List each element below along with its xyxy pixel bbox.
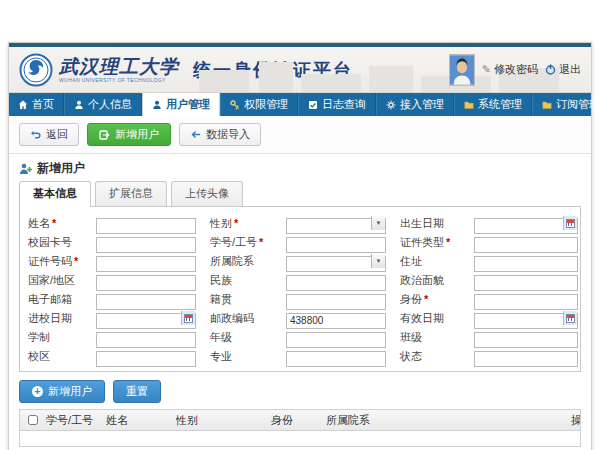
field-input-campus[interactable]: [96, 351, 196, 367]
table-header-5: 操作: [571, 410, 580, 430]
field-wrap-address: [474, 253, 578, 269]
field-wrap-class: [474, 329, 578, 345]
add-user-toolbar-label: 新增用户: [115, 127, 159, 142]
section-title: 新增用户: [37, 160, 85, 177]
reset-label: 重置: [126, 384, 148, 399]
field-input-id-number[interactable]: [96, 256, 196, 272]
nav-item-logs[interactable]: 日志查询: [298, 93, 376, 116]
field-input-email[interactable]: [96, 294, 196, 310]
field-input-ethnicity[interactable]: [286, 275, 386, 291]
field-wrap-ethnicity: [286, 272, 386, 288]
field-label-identity: 身份*: [400, 291, 460, 307]
field-input-major[interactable]: [286, 351, 386, 367]
nav-item-profile[interactable]: 个人信息: [64, 93, 142, 116]
power-icon: [545, 64, 556, 75]
field-wrap-status: [474, 348, 578, 364]
field-input-campus-card[interactable]: [96, 237, 196, 253]
field-input-edu-length[interactable]: [96, 332, 196, 348]
field-input-name[interactable]: [96, 218, 196, 234]
university-name: 武汉理工大学: [59, 57, 179, 76]
folder-icon: [464, 100, 474, 110]
pencil-icon: ✎: [482, 63, 491, 76]
field-label-postal-code: 邮政编码: [210, 310, 272, 326]
nav-item-users[interactable]: 用户管理: [142, 93, 220, 116]
table-header-1: 姓名: [106, 410, 176, 430]
calendar-icon[interactable]: [563, 216, 577, 230]
back-button[interactable]: 返回: [19, 123, 79, 146]
dropdown-arrow-icon[interactable]: ▼: [371, 216, 385, 230]
field-label-id-type: 证件类型*: [400, 234, 460, 250]
field-wrap-valid-date: [474, 310, 578, 326]
required-asterisk: *: [424, 293, 428, 305]
data-import-button[interactable]: 数据导入: [179, 123, 261, 146]
select-all-checkbox[interactable]: [28, 415, 38, 425]
field-label-native-place: 籍贯: [210, 291, 272, 307]
field-wrap-edu-length: [96, 329, 196, 345]
field-label-edu-length: 学制: [28, 329, 82, 345]
university-name-en: WUHAN UNIVERSITY OF TECHNOLOGY: [59, 77, 179, 83]
field-input-class[interactable]: [474, 332, 578, 348]
field-label-campus-card: 校园卡号: [28, 234, 82, 250]
app-window: 武汉理工大学 WUHAN UNIVERSITY OF TECHNOLOGY 统一…: [8, 42, 592, 450]
calendar-icon[interactable]: [563, 311, 577, 325]
field-wrap-major: [286, 348, 386, 364]
users-table: 学号/工号姓名性别身份所属院系操作: [19, 409, 581, 447]
tab-extend[interactable]: 扩展信息: [95, 181, 167, 206]
logout-link[interactable]: 退出: [545, 62, 581, 77]
folder-icon: [542, 100, 552, 110]
nav-item-label: 日志查询: [322, 97, 366, 112]
nav-item-permissions[interactable]: 权限管理: [220, 93, 298, 116]
field-input-grade[interactable]: [286, 332, 386, 348]
users-table-header: 学号/工号姓名性别身份所属院系操作: [20, 410, 580, 431]
change-password-label: 修改密码: [494, 62, 538, 77]
avatar[interactable]: [449, 54, 475, 86]
field-label-birth-date: 出生日期: [400, 215, 460, 231]
change-password-link[interactable]: ✎ 修改密码: [482, 62, 538, 77]
field-wrap-student-id: [286, 234, 386, 250]
dropdown-arrow-icon[interactable]: ▼: [371, 254, 385, 268]
field-label-address: 住址: [400, 253, 460, 269]
field-wrap-campus: [96, 348, 196, 364]
nav-item-home[interactable]: 首页: [9, 93, 64, 116]
header: 武汉理工大学 WUHAN UNIVERSITY OF TECHNOLOGY 统一…: [9, 47, 591, 93]
data-import-label: 数据导入: [206, 127, 250, 142]
field-label-name: 姓名*: [28, 215, 82, 231]
field-input-status[interactable]: [474, 351, 578, 367]
back-label: 返回: [46, 127, 68, 142]
nav-item-subscription[interactable]: 订阅管理: [532, 93, 600, 116]
field-input-native-place[interactable]: [286, 294, 386, 310]
field-wrap-birth-date: [474, 215, 578, 231]
reset-button[interactable]: 重置: [113, 380, 161, 403]
field-input-address[interactable]: [474, 256, 578, 272]
table-header-0: 学号/工号: [46, 410, 106, 430]
field-input-country[interactable]: [96, 275, 196, 291]
field-label-gender: 性别*: [210, 215, 272, 231]
add-user-submit-button[interactable]: + 新增用户: [19, 380, 105, 403]
field-label-valid-date: 有效日期: [400, 310, 460, 326]
field-label-political: 政治面貌: [400, 272, 460, 288]
nav-item-label: 权限管理: [244, 97, 288, 112]
field-wrap-identity: [474, 291, 578, 307]
add-user-toolbar-button[interactable]: 新增用户: [87, 123, 171, 146]
calendar-icon[interactable]: [181, 311, 195, 325]
field-label-country: 国家/地区: [28, 272, 82, 288]
add-user-icon: [99, 130, 110, 140]
field-input-political[interactable]: [474, 275, 578, 291]
person-plus-icon: [19, 163, 32, 175]
field-label-grade: 年级: [210, 329, 272, 345]
field-input-postal-code[interactable]: [286, 313, 386, 329]
nav-item-system[interactable]: 系统管理: [454, 93, 532, 116]
university-name-block: 武汉理工大学 WUHAN UNIVERSITY OF TECHNOLOGY: [59, 57, 179, 83]
required-asterisk: *: [74, 255, 78, 267]
tab-avatar[interactable]: 上传头像: [171, 181, 243, 206]
import-arrow-icon: [190, 130, 201, 139]
field-label-email: 电子邮箱: [28, 291, 82, 307]
nav-item-access[interactable]: 接入管理: [376, 93, 454, 116]
nav-item-label: 系统管理: [478, 97, 522, 112]
nav-item-label: 首页: [32, 97, 54, 112]
gear-icon: [386, 100, 396, 110]
field-input-id-type[interactable]: [474, 237, 578, 253]
field-input-student-id[interactable]: [286, 237, 386, 253]
tab-basic[interactable]: 基本信息: [19, 181, 91, 207]
field-input-identity[interactable]: [474, 294, 578, 310]
